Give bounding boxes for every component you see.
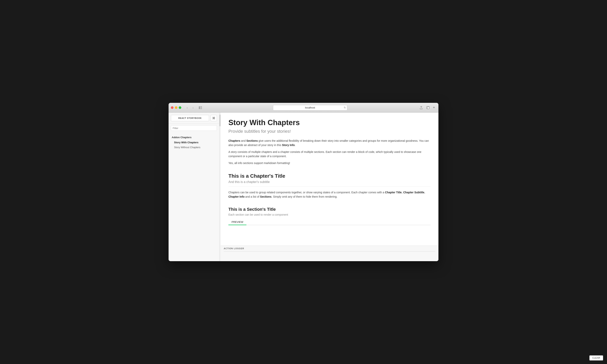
filter-input[interactable] bbox=[171, 125, 217, 131]
story-title: Story With Chapters bbox=[228, 118, 431, 127]
chapter-section: This is a Chapter's Title And this is a … bbox=[228, 173, 431, 199]
address-bar[interactable]: localhost ↻ bbox=[273, 105, 347, 110]
svg-rect-3 bbox=[200, 108, 202, 109]
svg-rect-0 bbox=[199, 106, 200, 109]
story-intro: Chapters and Sections give users the add… bbox=[228, 139, 431, 165]
action-logger-label: ACTION LOGGER bbox=[224, 247, 244, 250]
chapter-divider bbox=[228, 186, 431, 187]
chapter-subtitle-bold: Chapter Subtitle bbox=[403, 191, 424, 194]
command-button[interactable]: ⌘ bbox=[211, 115, 217, 121]
reload-button[interactable]: ↻ bbox=[344, 106, 346, 109]
svg-rect-2 bbox=[200, 107, 202, 108]
close-button[interactable] bbox=[171, 106, 173, 109]
action-logger-header: ACTION LOGGER bbox=[221, 246, 438, 251]
title-bar: ‹ › localhost ↻ bbox=[169, 103, 438, 113]
intro-p1: Chapters and Sections give users the add… bbox=[228, 139, 431, 147]
chapters-bold: Chapters bbox=[228, 139, 240, 142]
minimize-button[interactable] bbox=[175, 106, 177, 109]
section-title: This is a Section's Title bbox=[228, 207, 431, 212]
bottom-panel: ACTION LOGGER CLEAR bbox=[221, 246, 438, 261]
chapter-subtitle: And this is a chapter's subtitle bbox=[228, 180, 431, 184]
nav-buttons: ‹ › bbox=[185, 105, 196, 110]
traffic-lights bbox=[171, 106, 181, 109]
content-area: Story With Chapters Provide subtitles fo… bbox=[221, 113, 438, 246]
url-text: localhost bbox=[305, 106, 315, 109]
svg-rect-5 bbox=[427, 107, 429, 109]
story-subtitle: Provide subtitles for your stories! bbox=[228, 129, 431, 134]
sidebar-header: REACT STORYBOOK ⌘ bbox=[169, 113, 219, 124]
maximize-button[interactable] bbox=[179, 106, 181, 109]
title-bar-actions: + bbox=[419, 105, 436, 110]
back-button[interactable]: ‹ bbox=[185, 105, 190, 110]
sidebar-nav: Addon Chapters Story With Chapters Story… bbox=[169, 132, 219, 261]
storybook-button[interactable]: REACT STORYBOOK bbox=[171, 115, 209, 121]
sidebar: REACT STORYBOOK ⌘ Addon Chapters Story W… bbox=[169, 113, 219, 261]
address-bar-wrapper: localhost ↻ bbox=[205, 105, 415, 110]
sidebar-item-story-without-chapters[interactable]: Story Without Chapters bbox=[169, 145, 219, 150]
bottom-divider bbox=[224, 251, 435, 251]
sidebar-item-story-with-chapters[interactable]: Story With Chapters bbox=[169, 140, 219, 145]
sidebar-toggle-button[interactable] bbox=[198, 105, 203, 110]
section-subtitle: Each section can be used to render a com… bbox=[228, 213, 431, 216]
sections-bold2: Sections bbox=[260, 195, 271, 198]
forward-button[interactable]: › bbox=[190, 105, 196, 110]
section-tab-preview[interactable]: PREVIEW bbox=[228, 219, 246, 225]
sidebar-scroll-thumb bbox=[219, 115, 221, 126]
section-tab-bar: PREVIEW bbox=[228, 219, 431, 225]
intro-p3: Yes, all info sections support markdown … bbox=[228, 161, 431, 165]
sidebar-scroll-track bbox=[219, 113, 221, 261]
intro-p2: A story consists of multiple chapters an… bbox=[228, 150, 431, 158]
svg-rect-1 bbox=[200, 106, 202, 107]
section-block: This is a Section's Title Each section c… bbox=[228, 207, 431, 225]
tab-button[interactable] bbox=[425, 105, 431, 110]
story-info-bold: Story Info bbox=[282, 143, 295, 147]
new-tab-button[interactable]: + bbox=[432, 105, 436, 110]
app-body: REACT STORYBOOK ⌘ Addon Chapters Story W… bbox=[169, 113, 438, 261]
nav-group-label: Addon Chapters bbox=[169, 135, 219, 140]
main-panel: Story With Chapters Provide subtitles fo… bbox=[221, 113, 438, 261]
share-button[interactable] bbox=[419, 105, 424, 110]
chapter-info: Chapters can be used to group related co… bbox=[228, 190, 431, 199]
chapter-title: This is a Chapter's Title bbox=[228, 173, 431, 179]
chapter-info-bold: Chapter Info bbox=[228, 195, 244, 198]
sections-bold: Sections bbox=[246, 139, 258, 142]
chapter-title-bold: Chapter Title bbox=[385, 191, 402, 194]
